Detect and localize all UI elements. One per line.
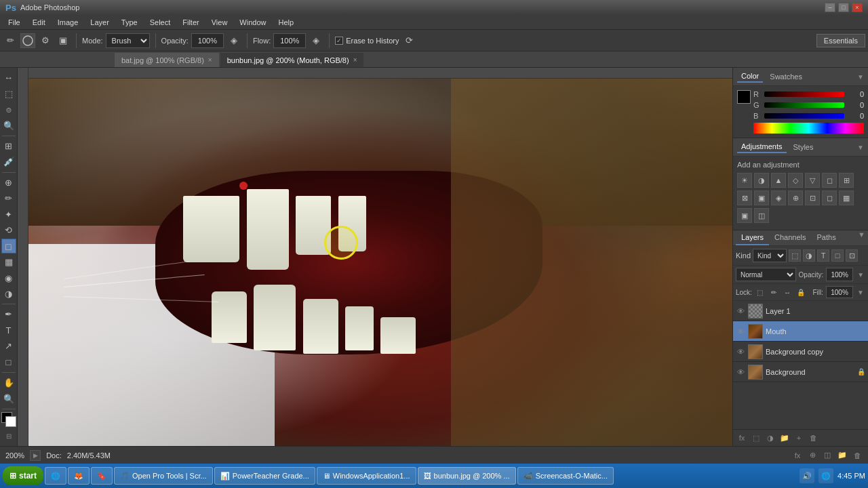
tool-select-rect[interactable]: ⬚ bbox=[1, 86, 16, 100]
lock-move[interactable]: ↔ bbox=[782, 287, 793, 298]
panel-icon-3[interactable]: 🗑 bbox=[852, 450, 863, 461]
tab-color[interactable]: Color bbox=[737, 70, 763, 83]
tool-shape[interactable]: □ bbox=[1, 355, 16, 369]
layer-item-layer1[interactable]: 👁 Layer 1 bbox=[733, 301, 868, 321]
tool-eraser[interactable]: ◻ bbox=[1, 239, 16, 253]
essentials-button[interactable]: Essentials bbox=[816, 34, 865, 47]
layer-filter-text[interactable]: T bbox=[817, 249, 829, 262]
lock-all[interactable]: 🔒 bbox=[795, 287, 806, 298]
tool-crop[interactable]: ⊞ bbox=[1, 139, 16, 153]
tool-pen[interactable]: ✒ bbox=[1, 307, 16, 321]
color-swatches[interactable] bbox=[1, 412, 16, 427]
layer-item-background[interactable]: 👁 Background 🔒 bbox=[733, 362, 868, 382]
menu-image[interactable]: Image bbox=[52, 17, 84, 28]
menu-edit[interactable]: Edit bbox=[27, 17, 51, 28]
fg-color-swatch[interactable] bbox=[737, 90, 751, 104]
layer1-eye-icon[interactable]: 👁 bbox=[736, 306, 745, 316]
brush-size-btn[interactable] bbox=[20, 33, 35, 48]
color-mode-icon[interactable]: ⊟ bbox=[1, 428, 16, 443]
flow-input[interactable]: 100% bbox=[273, 33, 306, 48]
collapse-layers-icon[interactable]: ▼ bbox=[858, 230, 865, 245]
tool-lasso[interactable]: ⌾ bbox=[1, 102, 16, 117]
tab-bunbun[interactable]: bunbun.jpg @ 200% (Mouth, RGB/8) × bbox=[220, 52, 365, 67]
opacity-dropdown-icon[interactable]: ▼ bbox=[856, 270, 865, 279]
close-button[interactable]: × bbox=[852, 3, 863, 12]
tab-paths[interactable]: Paths bbox=[812, 230, 842, 245]
tab-bat[interactable]: bat.jpg @ 100% (RGB/8) × bbox=[114, 52, 220, 67]
tab-layers[interactable]: Layers bbox=[736, 230, 769, 245]
tab-styles[interactable]: Styles bbox=[789, 142, 818, 152]
adj-shadows[interactable]: ◫ bbox=[754, 208, 769, 223]
slider-b[interactable] bbox=[764, 113, 844, 119]
tool-gradient[interactable]: ▦ bbox=[1, 255, 16, 269]
taskbar-firefox[interactable]: 🦊 bbox=[68, 467, 90, 485]
sys-btn-1[interactable]: 🔊 bbox=[800, 468, 814, 483]
maximize-button[interactable]: □ bbox=[838, 3, 849, 12]
adj-invert[interactable]: ⊕ bbox=[788, 190, 803, 205]
start-button[interactable]: ⊞ start bbox=[3, 466, 43, 485]
menu-layer[interactable]: Layer bbox=[85, 17, 115, 28]
collapse-adj-icon[interactable]: ▼ bbox=[857, 144, 864, 151]
status-icon[interactable]: ▶ bbox=[30, 450, 41, 461]
panel-icon-1[interactable]: ◫ bbox=[822, 450, 833, 461]
canvas-content[interactable] bbox=[28, 79, 732, 446]
tool-brush[interactable]: ✏ bbox=[1, 191, 16, 205]
adj-brightness[interactable]: ☀ bbox=[737, 173, 752, 188]
brush-options-icon[interactable]: ⚙ bbox=[38, 33, 53, 48]
mode-select[interactable]: Brush Pencil Block bbox=[106, 33, 150, 48]
tool-history-brush[interactable]: ⟲ bbox=[1, 223, 16, 237]
layer-mask-btn[interactable]: ⬚ bbox=[750, 432, 762, 444]
fill-dropdown-icon[interactable]: ▼ bbox=[856, 287, 865, 297]
slider-g[interactable] bbox=[764, 102, 844, 108]
taskbar-screencast[interactable]: 📹 Screencast-O-Matic... bbox=[517, 467, 614, 485]
tool-heal[interactable]: ⊕ bbox=[1, 176, 16, 190]
layer-effects-icon[interactable]: fx bbox=[792, 450, 803, 461]
erase-history-checkbox[interactable]: ✓ bbox=[335, 37, 343, 45]
collapse-color-icon[interactable]: ▼ bbox=[857, 73, 864, 81]
tool-path-select[interactable]: ↗ bbox=[1, 339, 16, 353]
layer-item-bg-copy[interactable]: 👁 Background copy bbox=[733, 342, 868, 362]
adj-exposure[interactable]: ◇ bbox=[788, 173, 803, 188]
tab-bunbun-close[interactable]: × bbox=[353, 56, 357, 64]
tool-quick-select[interactable]: 🔍 bbox=[1, 118, 16, 132]
tool-clone[interactable]: ✦ bbox=[1, 207, 16, 222]
layer-filter-shape[interactable]: □ bbox=[831, 249, 844, 262]
tool-move[interactable]: ↔ bbox=[1, 70, 16, 85]
taskbar-extra[interactable]: 🔖 bbox=[91, 467, 113, 485]
opacity-pressure-icon[interactable]: ◈ bbox=[226, 33, 241, 48]
layer-delete-btn[interactable]: 🗑 bbox=[807, 432, 819, 444]
menu-view[interactable]: View bbox=[206, 17, 233, 28]
slider-r[interactable] bbox=[764, 92, 844, 97]
layer-item-mouth[interactable]: 👁 Mouth bbox=[733, 321, 868, 342]
tool-eyedropper[interactable]: 💉 bbox=[1, 155, 16, 169]
tool-text[interactable]: T bbox=[1, 323, 16, 338]
layer-group-btn[interactable]: 📁 bbox=[778, 432, 791, 444]
taskbar-powerteacher[interactable]: 📊 PowerTeacher Grade... bbox=[214, 467, 315, 485]
adj-posterize[interactable]: ⊡ bbox=[805, 190, 820, 205]
adj-color-lookup[interactable]: ◈ bbox=[771, 190, 786, 205]
tool-dodge[interactable]: ◑ bbox=[1, 287, 16, 301]
adj-photo-filter[interactable]: ⊠ bbox=[737, 190, 752, 205]
adj-selective-color[interactable]: ▣ bbox=[737, 208, 752, 223]
blend-mode-select[interactable]: Normal Multiply Screen Overlay bbox=[736, 268, 796, 281]
menu-select[interactable]: Select bbox=[144, 17, 176, 28]
history-icon[interactable]: ⟳ bbox=[401, 33, 416, 48]
menu-filter[interactable]: Filter bbox=[177, 17, 204, 28]
adj-vibrance[interactable]: ▽ bbox=[805, 173, 820, 188]
menu-window[interactable]: Window bbox=[234, 17, 271, 28]
brush-mode-icon[interactable]: ▣ bbox=[56, 33, 71, 48]
taskbar-bunbun[interactable]: 🖼 bunbun.jpg @ 200% ... bbox=[418, 467, 516, 485]
tool-blur[interactable]: ◉ bbox=[1, 270, 16, 285]
menu-help[interactable]: Help bbox=[273, 17, 299, 28]
taskbar-ie[interactable]: 🌐 bbox=[45, 467, 66, 485]
taskbar-winapp[interactable]: 🖥 WindowsApplication1... bbox=[317, 467, 416, 485]
mouth-eye-icon[interactable]: 👁 bbox=[736, 327, 745, 336]
lock-paint[interactable]: ✏ bbox=[768, 287, 779, 298]
opacity-value[interactable]: 100% bbox=[826, 268, 853, 281]
minimize-button[interactable]: – bbox=[825, 3, 835, 12]
color-spectrum[interactable] bbox=[753, 123, 864, 134]
adj-channel-mixer[interactable]: ▣ bbox=[754, 190, 769, 205]
menu-type[interactable]: Type bbox=[116, 17, 143, 28]
background-color[interactable] bbox=[5, 416, 16, 427]
layer-new-btn[interactable]: + bbox=[793, 432, 805, 444]
